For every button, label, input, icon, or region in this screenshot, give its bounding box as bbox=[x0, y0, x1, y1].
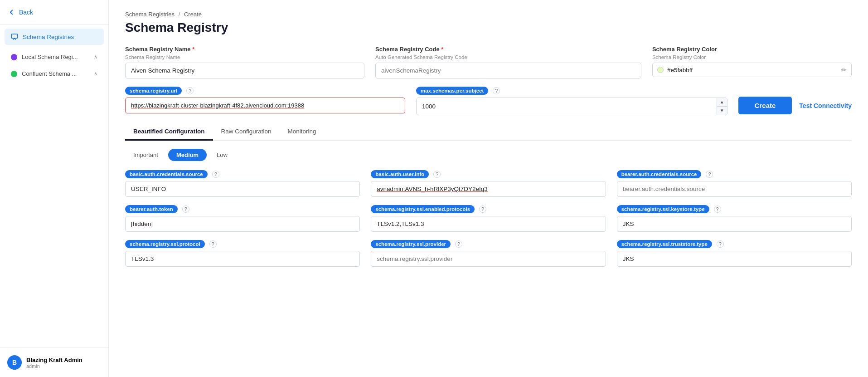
color-swatch bbox=[657, 67, 664, 73]
spinner-up[interactable]: ▲ bbox=[717, 98, 727, 107]
avatar: B bbox=[7, 355, 22, 370]
tab-beautified[interactable]: Beautified Configuration bbox=[125, 123, 213, 141]
name-label: Schema Registry Name * bbox=[125, 46, 364, 53]
field-2-help[interactable]: ? bbox=[706, 171, 713, 178]
field-8-input[interactable] bbox=[617, 251, 852, 267]
name-input[interactable] bbox=[125, 63, 364, 78]
field-8-tag: schema.registry.ssl.truststore.type bbox=[617, 240, 712, 248]
footer-user-info: Blazing Kraft Admin admin bbox=[26, 357, 82, 369]
tab-monitoring[interactable]: Monitoring bbox=[280, 123, 325, 141]
field-7-input[interactable] bbox=[371, 251, 606, 267]
url-tag: schema.registry.url bbox=[125, 87, 182, 95]
code-required: * bbox=[441, 46, 443, 53]
sidebar: Back Schema Registries Local Schema Regi… bbox=[0, 0, 109, 377]
field-7-tag-row: schema.registry.ssl.provider ? bbox=[371, 240, 606, 248]
breadcrumb-link[interactable]: Schema Registries bbox=[125, 11, 175, 18]
name-sublabel: Schema Registry Name bbox=[125, 54, 364, 60]
priority-medium[interactable]: Medium bbox=[168, 149, 207, 161]
field-0-tag-row: basic.auth.credentials.source ? bbox=[125, 170, 360, 178]
field-4-help[interactable]: ? bbox=[479, 206, 486, 213]
field-0-help[interactable]: ? bbox=[212, 171, 219, 178]
sidebar-item-local-schema[interactable]: Local Schema Regi... ∧ bbox=[5, 49, 104, 64]
tab-raw[interactable]: Raw Configuration bbox=[213, 123, 280, 141]
field-0-tag: basic.auth.credentials.source bbox=[125, 170, 208, 178]
local-schema-dot bbox=[11, 54, 17, 60]
field-7-tag: schema.registry.ssl.provider bbox=[371, 240, 451, 248]
sidebar-item-confluent-schema[interactable]: Confluent Schema ... ∧ bbox=[5, 66, 104, 81]
config-field-1: basic.auth.user.info ? bbox=[371, 170, 606, 197]
url-help-icon[interactable]: ? bbox=[186, 87, 194, 94]
color-input-wrap[interactable]: #e5fabbff ✏ bbox=[652, 63, 852, 77]
field-8-tag-row: schema.registry.ssl.truststore.type ? bbox=[617, 240, 852, 248]
edit-icon[interactable]: ✏ bbox=[841, 66, 847, 73]
color-sublabel: Schema Registry Color bbox=[652, 54, 852, 60]
code-label: Schema Registry Code * bbox=[375, 46, 641, 53]
local-schema-label: Local Schema Regi... bbox=[22, 54, 78, 60]
code-group: Schema Registry Code * Auto Generated Sc… bbox=[375, 46, 641, 78]
max-schemas-input[interactable] bbox=[417, 98, 717, 115]
field-1-input[interactable] bbox=[371, 181, 606, 197]
config-field-2: bearer.auth.credentials.source ? bbox=[617, 170, 852, 197]
priority-row: Important Medium Low bbox=[125, 149, 852, 161]
confluent-schema-dot bbox=[11, 71, 17, 77]
breadcrumb-separator: / bbox=[179, 11, 180, 18]
field-5-input[interactable] bbox=[617, 216, 852, 232]
config-field-4: schema.registry.ssl.enabled.protocols ? bbox=[371, 205, 606, 232]
form-row-1: Schema Registry Name * Schema Registry N… bbox=[125, 46, 852, 78]
test-connectivity-button[interactable]: Test Connectivity bbox=[799, 102, 852, 109]
create-button[interactable]: Create bbox=[738, 97, 792, 114]
field-0-input[interactable] bbox=[125, 181, 360, 197]
field-2-input[interactable] bbox=[617, 181, 852, 197]
field-3-help[interactable]: ? bbox=[182, 206, 189, 213]
color-group: Schema Registry Color Schema Registry Co… bbox=[652, 46, 852, 77]
config-field-6: schema.registry.ssl.protocol ? bbox=[125, 240, 360, 267]
config-grid: basic.auth.credentials.source ? basic.au… bbox=[125, 170, 852, 267]
sidebar-item-label: Schema Registries bbox=[23, 34, 74, 40]
spinner-down[interactable]: ▼ bbox=[717, 107, 727, 115]
field-4-input[interactable] bbox=[371, 216, 606, 232]
sidebar-footer: B Blazing Kraft Admin admin bbox=[0, 348, 108, 377]
name-group: Schema Registry Name * Schema Registry N… bbox=[125, 46, 364, 78]
url-input[interactable] bbox=[125, 98, 405, 113]
max-schemas-group: max.schemas.per.subject ? ▲ ▼ bbox=[416, 87, 727, 115]
field-1-tag-row: basic.auth.user.info ? bbox=[371, 170, 606, 178]
main-content: Schema Registries / Create Schema Regist… bbox=[109, 0, 868, 377]
name-required: * bbox=[192, 46, 194, 53]
config-field-3: bearer.auth.token ? bbox=[125, 205, 360, 232]
field-6-tag-row: schema.registry.ssl.protocol ? bbox=[125, 240, 360, 248]
max-schemas-tag: max.schemas.per.subject bbox=[416, 87, 488, 95]
config-field-7: schema.registry.ssl.provider ? bbox=[371, 240, 606, 267]
priority-low[interactable]: Low bbox=[209, 149, 236, 161]
number-input-wrap: ▲ ▼ bbox=[416, 98, 727, 115]
breadcrumb-current: Create bbox=[184, 11, 202, 18]
config-field-5: schema.registry.ssl.keystore.type ? bbox=[617, 205, 852, 232]
priority-important[interactable]: Important bbox=[125, 149, 166, 161]
code-input[interactable] bbox=[375, 63, 641, 78]
max-schemas-help-icon[interactable]: ? bbox=[493, 87, 500, 94]
field-6-tag: schema.registry.ssl.protocol bbox=[125, 240, 205, 248]
field-6-help[interactable]: ? bbox=[209, 240, 217, 248]
url-row: schema.registry.url ? max.schemas.per.su… bbox=[125, 87, 852, 115]
field-5-help[interactable]: ? bbox=[714, 206, 721, 213]
field-3-input[interactable] bbox=[125, 216, 360, 232]
confluent-schema-chevron: ∧ bbox=[94, 71, 97, 77]
code-sublabel: Auto Generated Schema Registry Code bbox=[375, 54, 641, 60]
footer-name: Blazing Kraft Admin bbox=[26, 357, 82, 363]
sidebar-item-schema-registries[interactable]: Schema Registries bbox=[5, 29, 104, 45]
back-button[interactable]: Back bbox=[0, 0, 108, 25]
field-8-help[interactable]: ? bbox=[717, 240, 724, 248]
config-field-8: schema.registry.ssl.truststore.type ? bbox=[617, 240, 852, 267]
field-5-tag: schema.registry.ssl.keystore.type bbox=[617, 205, 709, 213]
svg-rect-0 bbox=[11, 34, 17, 38]
url-tag-row: schema.registry.url ? bbox=[125, 87, 405, 95]
field-4-tag: schema.registry.ssl.enabled.protocols bbox=[371, 205, 475, 213]
field-7-help[interactable]: ? bbox=[455, 240, 462, 248]
back-label: Back bbox=[19, 9, 33, 16]
field-1-tag: basic.auth.user.info bbox=[371, 170, 429, 178]
field-2-tag: bearer.auth.credentials.source bbox=[617, 170, 702, 178]
field-5-tag-row: schema.registry.ssl.keystore.type ? bbox=[617, 205, 852, 213]
field-1-help[interactable]: ? bbox=[433, 171, 441, 178]
field-6-input[interactable] bbox=[125, 251, 360, 267]
field-3-tag-row: bearer.auth.token ? bbox=[125, 205, 360, 213]
footer-role: admin bbox=[26, 363, 82, 369]
